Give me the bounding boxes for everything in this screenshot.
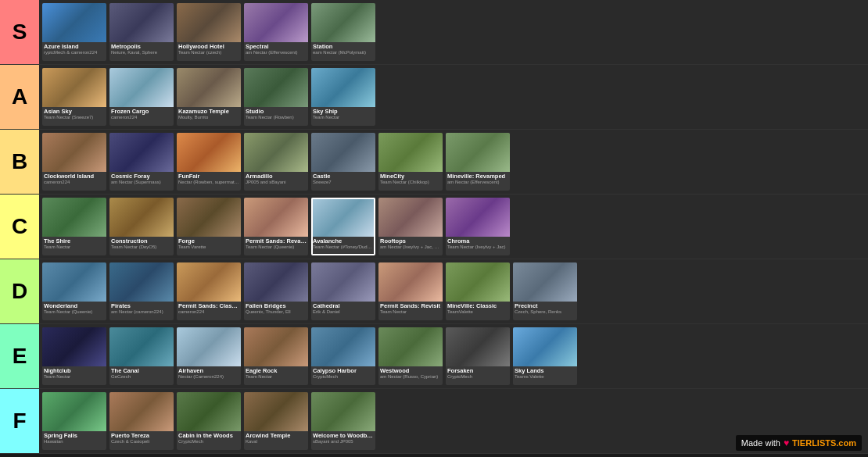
tier-label-e: E [0, 324, 39, 388]
tier-item[interactable]: Stationeam Nectar (McPolymatt) [311, 3, 375, 61]
tier-item[interactable]: StudioTeam Nectar (Rowben) [244, 68, 308, 126]
tier-item[interactable]: ArmadilloJP005 and sBayani [244, 133, 308, 191]
tier-item-info: FunFairNectar (Rowben, supermat extremas… [177, 172, 241, 185]
tier-item-info: ForgeTeam Varette [177, 237, 241, 250]
tier-row-e: ENightclubTeam NectarThe CanalGeCzechAir… [0, 324, 868, 389]
tier-item-image [244, 392, 308, 431]
tier-item-info: Frozen Cargocameron224 [109, 107, 174, 120]
tier-item-author: cameron224 [111, 115, 172, 120]
tier-item-author: Nectar (Cameron224) [178, 374, 239, 380]
tier-item-author: am Nectar (Supermass) [111, 180, 172, 185]
tier-item-image [42, 198, 106, 237]
tier-item-image [311, 133, 375, 172]
tier-item-author: Erik & Daniel [313, 309, 374, 315]
tier-item[interactable]: Rooftopsam Nectar (IveyIvy + Jac, erik_b… [378, 198, 443, 255]
tier-item[interactable]: Westwoodam Nectar (Russo, Cyprian) [378, 327, 443, 385]
tier-item-image [378, 198, 443, 237]
watermark: Made with ♥ TIERLISTS.com [736, 435, 862, 451]
tier-item-image [244, 133, 308, 172]
tier-item-name: Cosmic Foray [111, 173, 172, 180]
tier-item[interactable]: ChromaTeam Nectar (IveyIvy + Jac) [446, 198, 510, 255]
tier-item[interactable]: Azure IslandryptcMech & cameron224 [42, 3, 106, 61]
tier-item-image [109, 392, 174, 431]
tier-item[interactable]: FunFairNectar (Rowben, supermat extremas… [177, 133, 241, 191]
tier-item-info: AvalancheTeam Nectar (#Toney/Dude/Walt, … [311, 237, 375, 250]
tier-item[interactable]: CathedralErik & Daniel [311, 262, 375, 320]
tier-item[interactable]: NightclubTeam Nectar [42, 327, 106, 385]
tier-item[interactable]: Permit Sands: Classiccameron224 [177, 262, 241, 320]
tier-item-image [177, 133, 241, 172]
tier-item-author: cameron224 [178, 309, 239, 315]
tier-item[interactable]: AvalancheTeam Nectar (#Toney/Dude/Walt, … [311, 198, 375, 255]
tier-item[interactable]: Calypso HarborCryptcMech [311, 327, 375, 385]
tier-item[interactable]: Hollywood HotelTeam Nectar (czech) [177, 3, 241, 61]
tier-item-image [311, 3, 375, 42]
tier-item-author: Team Nectar (DeyO5) [111, 245, 172, 250]
tier-item-info: Permit Sands: RevampTeam Nectar (Queenie… [244, 237, 308, 250]
tier-item[interactable]: Clockworld Islandcameron224 [42, 133, 106, 191]
tier-item[interactable]: MineCityTeam Nectar (Chilkkop) [378, 133, 443, 191]
tier-item[interactable]: Arcwind TempleKaval [244, 392, 308, 450]
tier-item-name: Construction [111, 238, 172, 245]
tier-item[interactable]: AirhavenNectar (Cameron224) [177, 327, 241, 385]
tier-item-author: ryptcMech & cameron224 [44, 50, 105, 55]
tier-item-name: Kazamuzo Temple [178, 109, 239, 115]
tier-item-info: PrecinctCzech, Sphere, Renks [513, 302, 577, 315]
tier-item-info: Puerto TerezaCzech & Casiopeli [109, 431, 174, 445]
tier-item-image [311, 198, 375, 237]
tier-item-info: Eagle RockTeam Nectar [244, 366, 308, 380]
tier-item-info: Arcwind TempleKaval [244, 431, 308, 445]
tier-item[interactable]: Sky ShipTeam Nectar [311, 68, 375, 126]
tier-item-info: CastleSneeze7 [311, 172, 375, 185]
tier-item-image [42, 68, 106, 107]
tier-item[interactable]: Spectralam Nectar (Effervescent) [244, 3, 308, 61]
watermark-text: Made with [741, 438, 780, 448]
tier-item-author: eam Nectar (McPolymatt) [313, 50, 374, 55]
tier-item[interactable]: Permit Sands: RevampTeam Nectar (Queenie… [244, 198, 308, 255]
tier-item[interactable]: CastleSneeze7 [311, 133, 375, 191]
tier-item[interactable]: ForsakenCryptcMech [446, 327, 510, 385]
tier-item[interactable]: PrecinctCzech, Sphere, Renks [513, 262, 577, 320]
tier-item[interactable]: Welcome to WoodburysBayani and JP005 [311, 392, 375, 450]
tier-item-image [109, 3, 174, 42]
tier-item[interactable]: Asian SkyTeam Nectar (Sneeze7) [42, 68, 106, 126]
tier-item-image [109, 133, 174, 172]
tier-item-name: Frozen Cargo [111, 109, 172, 115]
tier-item[interactable]: MineVille: ClassicTeamValette [446, 262, 510, 320]
tier-item[interactable]: WonderlandTeam Nectar (Queenie) [42, 262, 106, 320]
tier-item-author: Kaval [246, 439, 307, 445]
tier-item-author: CryptcMech [447, 374, 508, 380]
tier-item-image [177, 327, 241, 366]
tier-item-image [446, 198, 510, 237]
tier-item[interactable]: Kazamuzo TempleMoulty, Burrito [177, 68, 241, 126]
tier-item[interactable]: Sky LandsTeams Valette [513, 327, 577, 385]
tier-item[interactable]: Cosmic Forayam Nectar (Supermass) [109, 133, 174, 191]
tier-item-name: Permit Sands: Revisit [380, 303, 441, 309]
tier-item-info: Westwoodam Nectar (Russo, Cyprian) [378, 366, 443, 380]
tier-items-d: WonderlandTeam Nectar (Queenie)Piratesam… [39, 259, 868, 323]
tier-item-author: Czech & Casiopeli [111, 439, 172, 445]
tier-item-author: am Nectar (Effervescent) [246, 50, 307, 55]
tier-item-info: Permit Sands: Classiccameron224 [177, 302, 241, 315]
tier-item[interactable]: Puerto TerezaCzech & Casiopeli [109, 392, 174, 450]
tier-item[interactable]: Eagle RockTeam Nectar [244, 327, 308, 385]
tier-item-name: Arcwind Temple [246, 433, 307, 439]
tier-item-image [311, 327, 375, 366]
tier-item[interactable]: Mineville: Revampedam Nectar (Effervesce… [446, 133, 510, 191]
tier-item[interactable]: Fallen BridgesQueenix, Thunder, Ell [244, 262, 308, 320]
tier-item[interactable]: Piratesam Nectar (cameron224) [109, 262, 174, 320]
tier-item-author: Team Varette [178, 245, 239, 250]
tier-item-info: Fallen BridgesQueenix, Thunder, Ell [244, 302, 308, 315]
tier-item[interactable]: Cabin in the WoodsCryptcMech [177, 392, 241, 450]
tier-item-info: Welcome to WoodburysBayani and JP005 [311, 431, 375, 445]
tier-item-author: Team Nectar (Queenie) [246, 245, 307, 250]
tier-item[interactable]: The CanalGeCzech [109, 327, 174, 385]
tier-item[interactable]: MetropolisNeture, Kaval, Sphere [109, 3, 174, 61]
tier-item[interactable]: The ShireTeam Nectar [42, 198, 106, 255]
tier-item[interactable]: Permit Sands: RevisitTeam Nectar [378, 262, 443, 320]
tier-item[interactable]: ForgeTeam Varette [177, 198, 241, 255]
tier-item-info: Sky ShipTeam Nectar [311, 107, 375, 120]
tier-item[interactable]: ConstructionTeam Nectar (DeyO5) [109, 198, 174, 255]
tier-item[interactable]: Spring FallsHawaiian [42, 392, 106, 450]
tier-item[interactable]: Frozen Cargocameron224 [109, 68, 174, 126]
